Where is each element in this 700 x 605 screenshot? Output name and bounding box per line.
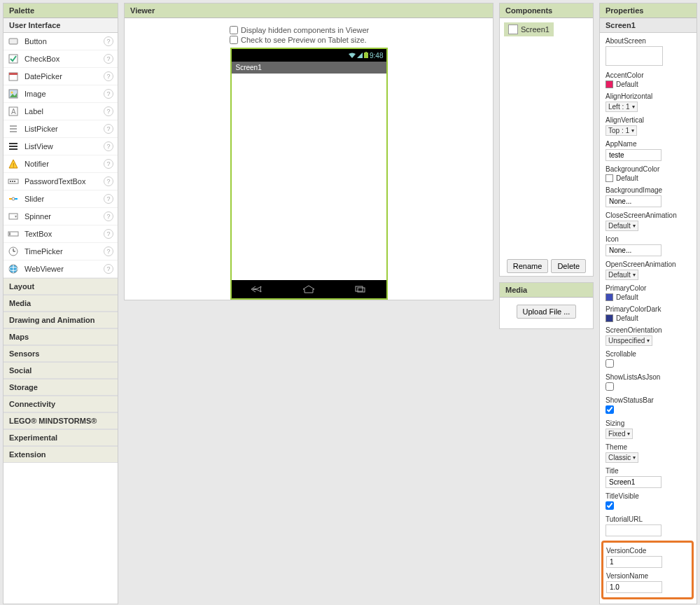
timepicker-icon (8, 246, 19, 257)
phone-time: 9:48 (370, 52, 383, 60)
components-title: Components (500, 4, 593, 18)
title-visible-checkbox[interactable] (606, 501, 614, 510)
help-icon[interactable]: ? (104, 71, 113, 81)
battery-icon (364, 52, 368, 60)
palette-category-sensors[interactable]: Sensors (4, 345, 118, 362)
show-status-bar-checkbox[interactable] (606, 405, 614, 414)
help-icon[interactable]: ? (104, 211, 113, 221)
sizing-select[interactable]: Fixed (606, 429, 633, 439)
help-icon[interactable]: ? (104, 176, 113, 186)
align-vertical-select[interactable]: Top : 1 (606, 125, 637, 136)
palette-category-drawing-and-animation[interactable]: Drawing and Animation (4, 312, 118, 328)
tutorial-url-input[interactable] (606, 524, 662, 536)
svg-text:A: A (11, 108, 16, 116)
palette-category-layout[interactable]: Layout (4, 278, 118, 295)
title-prop-input[interactable] (606, 476, 662, 488)
palette-item-label: PasswordTextBox (24, 177, 104, 186)
palette-category-lego-mindstorms-[interactable]: LEGO® MINDSTORMS® (4, 412, 118, 429)
background-color-select[interactable]: Default (606, 174, 691, 182)
palette-item-image[interactable]: Image? (4, 85, 118, 103)
icon-input[interactable] (606, 244, 662, 256)
help-icon[interactable]: ? (104, 106, 113, 116)
svg-rect-10 (10, 131, 17, 132)
viewer-title: Viewer (125, 4, 493, 18)
close-screen-animation-label: CloseScreenAnimation (606, 211, 691, 219)
display-hidden-checkbox[interactable]: Display hidden components in Viewer (230, 25, 369, 35)
scrollable-label: Scrollable (606, 350, 691, 358)
app-name-input[interactable] (606, 149, 662, 161)
palette-item-button[interactable]: Button? (4, 33, 118, 50)
tablet-preview-checkbox[interactable]: Check to see Preview on Tablet size. (230, 35, 369, 45)
help-icon[interactable]: ? (104, 194, 113, 204)
palette-item-label: Button (24, 37, 104, 46)
viewer-panel: Viewer Display hidden components in View… (124, 3, 493, 300)
properties-panel: Properties Screen1 AboutScreen AccentCol… (599, 3, 697, 604)
upload-file-button[interactable]: Upload File ... (517, 305, 577, 319)
version-name-input[interactable] (606, 581, 662, 593)
show-lists-json-checkbox[interactable] (606, 382, 614, 391)
svg-rect-3 (9, 73, 18, 75)
palette-item-checkbox[interactable]: CheckBox? (4, 50, 118, 68)
palette-item-textbox[interactable]: TextBox? (4, 225, 118, 243)
screen-content-area[interactable] (232, 74, 386, 280)
open-screen-animation-select[interactable]: Default (606, 270, 638, 280)
component-screen1[interactable]: Screen1 (504, 22, 554, 36)
help-icon[interactable]: ? (104, 89, 113, 99)
palette-category-maps[interactable]: Maps (4, 328, 118, 345)
palette-item-passwordtextbox[interactable]: PasswordTextBox? (4, 173, 118, 190)
palette-item-label: Image (24, 90, 104, 98)
palette-item-slider[interactable]: Slider? (4, 190, 118, 208)
help-icon[interactable]: ? (104, 124, 113, 134)
screen-orientation-select[interactable]: Unspecified (606, 335, 652, 346)
rename-button[interactable]: Rename (507, 259, 549, 273)
palette-item-label: TextBox (24, 230, 104, 238)
help-icon[interactable]: ? (104, 36, 113, 46)
delete-button[interactable]: Delete (551, 259, 586, 273)
help-icon[interactable]: ? (104, 54, 113, 64)
show-status-bar-label: ShowStatusBar (606, 396, 691, 404)
version-name-label: VersionName (606, 572, 689, 580)
svg-rect-9 (10, 128, 17, 130)
palette-item-timepicker[interactable]: TimePicker? (4, 243, 118, 260)
about-screen-input[interactable] (606, 46, 663, 66)
close-screen-animation-select[interactable]: Default (606, 221, 638, 231)
palette-item-notifier[interactable]: !Notifier? (4, 155, 118, 173)
palette-item-spinner[interactable]: Spinner? (4, 208, 118, 225)
palette-item-label[interactable]: ALabel? (4, 103, 118, 120)
palette-item-label: TimePicker (24, 247, 104, 256)
svg-rect-12 (9, 146, 18, 147)
palette-category-social[interactable]: Social (4, 362, 118, 379)
palette-item-datepicker[interactable]: DatePicker? (4, 68, 118, 85)
primary-color-dark-label: PrimaryColorDark (606, 305, 691, 313)
primary-color-dark-select[interactable]: Default (606, 314, 691, 322)
palette-category-connectivity[interactable]: Connectivity (4, 396, 118, 412)
help-icon[interactable]: ? (104, 141, 113, 151)
help-icon[interactable]: ? (104, 229, 113, 239)
wifi-icon (349, 52, 356, 60)
palette-category-extension[interactable]: Extension (4, 446, 118, 463)
palette-item-webviewer[interactable]: WebViewer? (4, 260, 118, 278)
media-title: Media (500, 283, 593, 298)
palette-item-label: CheckBox (24, 55, 104, 63)
primary-color-label: PrimaryColor (606, 284, 691, 292)
help-icon[interactable]: ? (104, 159, 113, 169)
accent-color-select[interactable]: Default (606, 81, 691, 88)
svg-point-21 (12, 197, 15, 200)
theme-select[interactable]: Classic (606, 452, 638, 463)
background-image-input[interactable] (606, 195, 662, 207)
align-horizontal-select[interactable]: Left : 1 (606, 102, 638, 112)
palette-category-storage[interactable]: Storage (4, 379, 118, 396)
version-code-input[interactable] (606, 556, 662, 568)
palette-category-media[interactable]: Media (4, 295, 118, 312)
palette-category-ui[interactable]: User Interface (4, 18, 118, 33)
palette-category-experimental[interactable]: Experimental (4, 429, 118, 446)
help-icon[interactable]: ? (104, 264, 113, 274)
home-icon (298, 284, 319, 294)
help-icon[interactable]: ? (104, 246, 113, 256)
palette-title: Palette (4, 4, 118, 18)
scrollable-checkbox[interactable] (606, 359, 614, 368)
palette-item-listpicker[interactable]: ListPicker? (4, 120, 118, 138)
primary-color-select[interactable]: Default (606, 293, 691, 301)
listview-icon (8, 141, 19, 152)
palette-item-listview[interactable]: ListView? (4, 138, 118, 155)
